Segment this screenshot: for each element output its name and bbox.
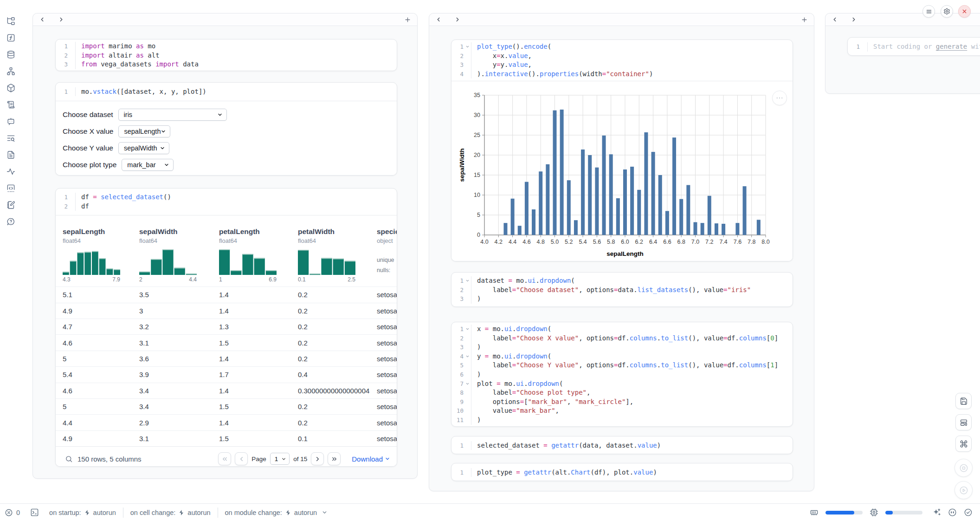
logs-icon[interactable] — [5, 99, 17, 110]
column-header[interactable]: petalWidthfloat640.12.5 — [298, 228, 377, 283]
table-row[interactable]: 5.13.51.40.2setosa — [56, 287, 397, 302]
text-search-icon[interactable] — [5, 133, 17, 143]
code-editor[interactable]: 1df = selected_dataset()2df — [56, 189, 397, 215]
zap-icon — [84, 509, 90, 516]
packages-icon[interactable] — [5, 83, 17, 93]
column-header[interactable]: petalLengthfloat6416.9 — [219, 228, 298, 283]
copilot-icon[interactable] — [948, 508, 957, 517]
dropdown-select[interactable]: sepalWidth — [118, 142, 169, 154]
dropdown-select[interactable]: sepalLength — [118, 125, 170, 137]
ai-sparkles-icon[interactable] — [932, 508, 941, 517]
code-editor[interactable]: 1plot_type = getattr(alt.Chart(df), plot… — [451, 463, 793, 481]
tracing-icon[interactable] — [5, 166, 17, 177]
table-cell: 0.2 — [298, 291, 377, 299]
scratchpad-icon[interactable] — [5, 200, 17, 210]
table-row[interactable]: 4.63.41.40.30000000000000004setosa — [56, 383, 397, 398]
svg-text:5.4: 5.4 — [579, 239, 587, 245]
svg-text:4.4: 4.4 — [509, 239, 516, 245]
dropdown-label: Choose Y value — [63, 144, 113, 152]
data-sources-icon[interactable] — [5, 49, 17, 60]
dropdown-select[interactable]: iris — [118, 109, 227, 121]
add-cell-button[interactable] — [801, 16, 808, 23]
column-header[interactable]: sepalLengthfloat644.37.9 — [63, 228, 139, 283]
documentation-icon[interactable] — [5, 150, 17, 160]
table-cell: 5.4 — [63, 371, 139, 378]
panel-back-button[interactable] — [435, 16, 442, 23]
table-row[interactable]: 53.41.50.2setosa — [56, 398, 397, 414]
keyboard-shortcuts-button[interactable] — [955, 436, 972, 452]
search-icon[interactable] — [65, 455, 73, 463]
chevron-down-icon — [322, 509, 328, 515]
help-icon[interactable] — [5, 216, 17, 227]
table-cell: setosa — [377, 403, 397, 410]
last-page-button[interactable] — [328, 452, 341, 465]
code-editor[interactable]: 1x = mo.ui.dropdown(2 label="Choose X va… — [451, 322, 793, 427]
menu-button[interactable] — [922, 5, 935, 18]
table-cell: setosa — [377, 387, 397, 395]
table-cell: 4.6 — [63, 387, 139, 395]
chevron-down-icon — [217, 112, 223, 117]
code-editor[interactable]: 1dataset = mo.ui.dropdown(2 label="Choos… — [451, 273, 793, 307]
code-placeholder[interactable]: Start coding or generate with — [867, 42, 980, 52]
page-select[interactable]: 1 — [270, 453, 290, 465]
file-tree-icon[interactable] — [5, 16, 17, 26]
table-cell: 0.2 — [298, 323, 377, 331]
table-cell: 0.2 — [298, 403, 377, 410]
table-cell: 5.1 — [63, 291, 139, 299]
cpu-icon — [870, 508, 878, 517]
table-cell: 1.4 — [219, 419, 298, 427]
settings-button[interactable] — [941, 5, 953, 18]
code-editor[interactable]: 1import marimo as mo2import altair as al… — [56, 39, 397, 71]
ai-chat-icon[interactable] — [5, 116, 17, 127]
on-module-change-setting[interactable]: on module change: autorun — [225, 509, 328, 516]
errors-icon[interactable] — [5, 508, 13, 517]
stop-button[interactable] — [954, 459, 973, 477]
run-button[interactable] — [954, 481, 973, 499]
on-cell-change-setting[interactable]: on cell change: autorun — [130, 509, 211, 516]
dropdown-label: Choose plot type — [63, 161, 116, 169]
svg-text:4.8: 4.8 — [537, 239, 545, 245]
panel-forward-button[interactable] — [851, 16, 857, 23]
table-cell: 3.1 — [139, 339, 219, 347]
first-page-button[interactable] — [218, 452, 231, 465]
prev-page-button[interactable] — [235, 452, 248, 465]
dependency-graph-icon[interactable] — [5, 66, 17, 77]
table-row[interactable]: 4.93.11.50.1setosa — [56, 430, 397, 446]
table-row[interactable]: 4.63.11.50.2setosa — [56, 334, 397, 350]
dropdown-select[interactable]: mark_bar — [122, 159, 174, 171]
save-button[interactable] — [955, 393, 972, 409]
connection-status-icon[interactable] — [964, 508, 973, 517]
panel-back-button[interactable] — [832, 16, 838, 23]
generate-link[interactable]: generate — [936, 42, 967, 52]
next-page-button[interactable] — [311, 452, 324, 465]
table-row[interactable]: 5.43.91.70.4setosa — [56, 366, 397, 382]
shutdown-button[interactable] — [958, 5, 971, 18]
terminal-icon[interactable] — [30, 508, 39, 517]
layout-button[interactable] — [955, 414, 972, 430]
table-row[interactable]: 4.42.91.40.2setosa — [56, 414, 397, 430]
code-editor[interactable]: 1selected_dataset = getattr(data, datase… — [451, 436, 793, 454]
code-line: 2df — [56, 202, 397, 211]
snippets-icon[interactable] — [5, 183, 17, 194]
code-editor[interactable]: 1plot_type().encode(2 x=x.value,3 y=y.va… — [451, 40, 793, 81]
panel-forward-button[interactable] — [454, 16, 461, 23]
download-button[interactable]: Download — [352, 455, 390, 463]
functions-icon[interactable] — [5, 33, 17, 43]
table-row[interactable]: 4.931.40.2setosa — [56, 303, 397, 319]
column-header[interactable]: speciesobjectuniquenulls: — [377, 228, 397, 283]
cell-output-controls: Choose datasetirisChoose X valuesepalLen… — [56, 101, 397, 176]
panel-forward-button[interactable] — [58, 16, 64, 23]
on-startup-setting[interactable]: on startup: autorun — [49, 509, 116, 516]
table-row[interactable]: 4.73.21.30.2setosa — [56, 319, 397, 334]
column-header[interactable]: sepalWidthfloat6424.4 — [139, 228, 219, 283]
bar-chart[interactable]: 4.04.24.44.64.85.05.25.45.65.86.06.26.46… — [451, 87, 793, 261]
add-cell-button[interactable] — [404, 16, 411, 23]
dropdown-label: Choose dataset — [63, 111, 113, 119]
table-row[interactable]: 53.61.40.2setosa — [56, 351, 397, 366]
table-cell: setosa — [377, 355, 397, 363]
code-editor[interactable]: 1mo.vstack([dataset, x, y, plot]) — [56, 83, 397, 101]
table-cell: 0.4 — [298, 371, 377, 378]
panel-back-button[interactable] — [39, 16, 45, 23]
code-line: 1selected_dataset = getattr(data, datase… — [451, 441, 793, 450]
table-cell: 0.2 — [298, 339, 377, 347]
